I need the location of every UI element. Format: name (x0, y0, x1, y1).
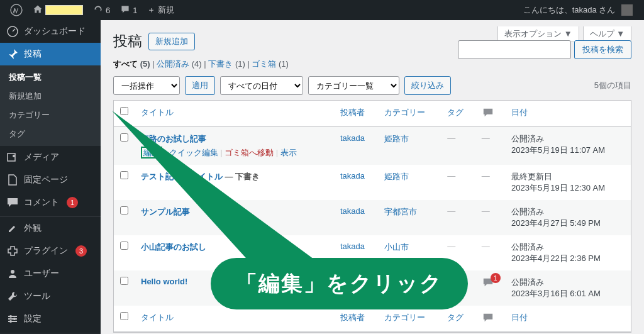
menu-comments[interactable]: コメント 1 (0, 191, 101, 214)
dashboard-icon (6, 25, 19, 38)
plus-icon: ＋ (147, 4, 155, 16)
category-filter-select[interactable]: カテゴリー一覧 (308, 76, 399, 95)
page-title: 投稿 (113, 31, 142, 51)
post-date: 公開済み2023年4月27日 5:49 PM (505, 200, 631, 235)
filter-draft[interactable]: 下書き (1) (208, 59, 245, 69)
menu-appearance[interactable]: 外観 (0, 217, 101, 240)
post-date: 公開済み2023年4月22日 2:36 PM (505, 235, 631, 270)
menu-users[interactable]: ユーザー (0, 262, 101, 285)
post-tags: — (447, 133, 455, 143)
bulk-action-select[interactable]: 一括操作 (113, 76, 180, 95)
no-comments: — (482, 206, 490, 216)
comment-icon (120, 4, 130, 16)
col-title-foot[interactable]: タイトル (135, 306, 334, 332)
site-name[interactable] (28, 0, 88, 20)
col-tag-foot: タグ (441, 306, 475, 332)
menu-tools[interactable]: ツール (0, 285, 101, 308)
comment-count-bubble[interactable]: 1 (482, 277, 494, 290)
annotation-arrow (107, 106, 421, 269)
col-date[interactable]: 日付 (505, 101, 631, 127)
plugin-icon (6, 245, 19, 257)
admin-sidebar: ダッシュボード 投稿 投稿一覧 新規追加 カテゴリー タグ メディア 固定ページ… (0, 20, 101, 334)
svg-point-9 (13, 318, 16, 320)
comment-icon (482, 107, 494, 118)
comments-badge: 1 (67, 197, 78, 208)
post-tags: — (447, 171, 455, 181)
wordpress-icon (10, 4, 23, 16)
comment-icon (482, 312, 494, 323)
home-icon (33, 4, 43, 16)
col-author-foot: 投稿者 (334, 306, 378, 332)
updates-count: 6 (106, 6, 110, 15)
filter-button[interactable]: 絞り込み (404, 76, 451, 95)
filter-all[interactable]: すべて (5) (113, 59, 150, 69)
svg-point-4 (11, 270, 14, 274)
status-filters: すべて (5) | 公開済み (4) | 下書き (1) | ゴミ箱 (1) (113, 58, 631, 70)
items-count: 5個の項目 (594, 80, 631, 91)
menu-settings[interactable]: 設定 (0, 308, 101, 330)
admin-toolbar: 6 1 ＋ 新規 こんにちは、takada さん (0, 0, 644, 20)
svg-marker-11 (112, 111, 321, 264)
search-posts-button[interactable]: 投稿を検索 (574, 40, 631, 59)
menu-posts[interactable]: 投稿 (0, 43, 101, 65)
wp-logo[interactable] (5, 0, 28, 20)
svg-point-10 (9, 320, 12, 323)
row-checkbox[interactable] (120, 277, 128, 285)
svg-point-3 (13, 155, 15, 157)
avatar (621, 4, 633, 16)
refresh-icon (93, 4, 103, 16)
post-date: 公開済み2023年3月16日 6:01 AM (505, 270, 631, 306)
comments-link[interactable]: 1 (115, 0, 142, 20)
col-tag: タグ (441, 101, 475, 127)
menu-media[interactable]: メディア (0, 146, 101, 169)
post-title-link[interactable]: Hello world! (141, 277, 187, 286)
brush-icon (6, 222, 19, 235)
svg-rect-2 (8, 153, 15, 161)
submenu-all-posts[interactable]: 投稿一覧 (0, 68, 101, 87)
add-new-button[interactable]: 新規追加 (148, 33, 195, 50)
post-date: 最終更新日2023年5月19日 12:30 AM (505, 165, 631, 200)
plugins-badge: 3 (75, 245, 87, 257)
col-comments[interactable] (475, 101, 505, 127)
pin-icon (6, 48, 19, 60)
no-comments: — (482, 133, 490, 143)
menu-pages[interactable]: 固定ページ (0, 169, 101, 191)
menu-posts-submenu: 投稿一覧 新規追加 カテゴリー タグ (0, 65, 101, 146)
post-date: 公開済み2023年5月19日 11:07 AM (505, 127, 631, 165)
bulk-apply-button[interactable]: 適用 (185, 76, 215, 95)
settings-icon (6, 313, 19, 325)
filter-published[interactable]: 公開済み (4) (157, 59, 202, 69)
media-icon (6, 151, 19, 164)
updates[interactable]: 6 (88, 0, 115, 20)
search-posts-input[interactable] (458, 40, 571, 59)
annotation-callout: 「編集」をクリック (211, 258, 468, 309)
menu-dashboard[interactable]: ダッシュボード (0, 20, 101, 43)
new-content[interactable]: ＋ 新規 (142, 0, 179, 20)
comments-count: 1 (133, 6, 137, 15)
post-tags: — (447, 206, 455, 216)
submenu-new-post[interactable]: 新規追加 (0, 87, 101, 106)
filter-trash[interactable]: ゴミ箱 (1) (252, 59, 289, 69)
tools-icon (6, 290, 19, 303)
user-greeting[interactable]: こんにちは、takada さん (517, 4, 639, 16)
col-category-foot: カテゴリー (378, 306, 441, 332)
svg-point-8 (9, 315, 12, 318)
submenu-categories[interactable]: カテゴリー (0, 106, 101, 125)
submenu-tags[interactable]: タグ (0, 125, 101, 143)
svg-point-0 (11, 4, 22, 16)
page-icon (6, 174, 19, 186)
post-tags: — (447, 242, 455, 251)
col-date-foot[interactable]: 日付 (505, 306, 631, 332)
select-all-checkbox-foot[interactable] (120, 312, 128, 320)
menu-plugins[interactable]: プラグイン 3 (0, 240, 101, 262)
col-comments-foot[interactable] (475, 306, 505, 332)
date-filter-select[interactable]: すべての日付 (220, 76, 303, 95)
new-label: 新規 (158, 4, 174, 16)
comment-icon (6, 196, 19, 209)
site-title-redacted (45, 5, 83, 15)
no-comments: — (482, 242, 490, 251)
user-icon (6, 267, 19, 280)
no-comments: — (482, 171, 490, 181)
